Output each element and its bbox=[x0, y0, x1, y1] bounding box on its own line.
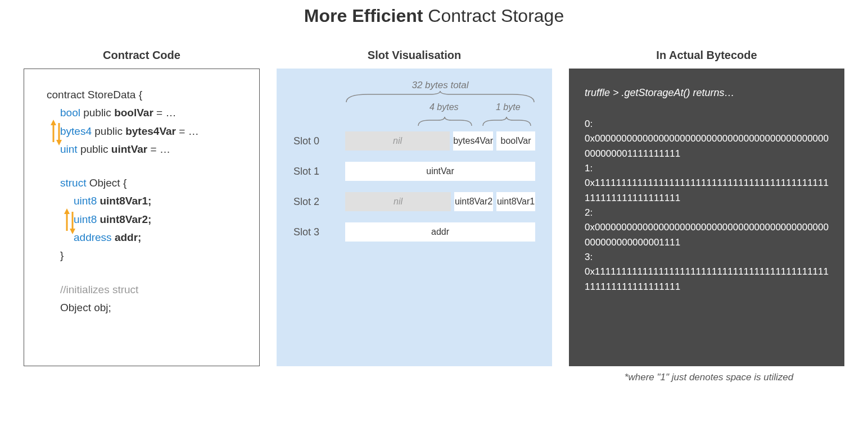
bytecode-value: 0x11111111111111111111111111111111111111… bbox=[585, 265, 829, 294]
col-title-bytecode: In Actual Bytecode bbox=[656, 49, 757, 62]
slot-cell: uint8Var1 bbox=[496, 192, 535, 211]
bytecode-value: 0x11111111111111111111111111111111111111… bbox=[585, 176, 829, 206]
code-line: uint8 uint8Var1; bbox=[47, 192, 248, 210]
col-title-code: Contract Code bbox=[103, 49, 180, 62]
slot-cell: bytes4Var bbox=[453, 131, 493, 151]
slot-label: Slot 3 bbox=[293, 226, 338, 238]
slot-label: Slot 2 bbox=[293, 196, 338, 208]
bytecode-line: 1: bbox=[585, 161, 829, 176]
svg-marker-3 bbox=[56, 140, 62, 145]
bytecode-value: 0x00000000000000000000000000000000000000… bbox=[585, 220, 829, 250]
code-line: contract StoreData { bbox=[47, 86, 248, 104]
bytecode-line: 0: bbox=[585, 117, 829, 131]
svg-marker-5 bbox=[64, 208, 70, 214]
svg-marker-7 bbox=[70, 229, 75, 234]
col-bytecode: In Actual Bytecode truffle > .getStorage… bbox=[569, 49, 844, 383]
slot-panel: 32 bytes total 4 bytes 1 byte Slot 0 nil… bbox=[277, 69, 552, 366]
mini-brace-row: 4 bytes 1 byte bbox=[345, 103, 535, 119]
col-title-slots: Slot Visualisation bbox=[368, 49, 461, 62]
code-line: bool public boolVar = … bbox=[47, 104, 248, 122]
bytecode-line: 3: bbox=[585, 250, 829, 265]
slot-row-1: Slot 1 uintVar bbox=[293, 162, 535, 181]
slot-row-0: Slot 0 nil bytes4Var boolVar bbox=[293, 131, 535, 151]
bytecode-panel: truffle > .getStorageAt() returns… 0: 0x… bbox=[569, 69, 844, 366]
code-line: bytes4 public bytes4Var = … bbox=[47, 122, 248, 140]
slot-table: Slot 0 nil bytes4Var boolVar Slot 1 uint… bbox=[293, 131, 535, 242]
code-line: uint public uintVar = … bbox=[47, 140, 248, 158]
slot-row-2: Slot 2 nil uint8Var2 uint8Var1 bbox=[293, 192, 535, 211]
col-slot-visualisation: Slot Visualisation 32 bytes total 4 byte… bbox=[277, 49, 552, 383]
slot-cell: uintVar bbox=[345, 162, 535, 181]
code-line: struct Object { bbox=[47, 174, 248, 192]
slot-cell: boolVar bbox=[496, 131, 535, 151]
code-comment: //initializes struct bbox=[47, 281, 248, 299]
slot-label: Slot 1 bbox=[293, 166, 338, 177]
brace-icon bbox=[345, 91, 535, 103]
svg-marker-1 bbox=[51, 120, 56, 125]
bytecode-cmd: truffle > .getStorageAt() returns… bbox=[585, 85, 829, 101]
slot-row-3: Slot 3 addr bbox=[293, 222, 535, 242]
columns-container: Contract Code contract StoreData { bool … bbox=[22, 49, 846, 383]
bytecode-line: 2: bbox=[585, 206, 829, 220]
code-box: contract StoreData { bool public boolVar… bbox=[24, 69, 260, 366]
col-contract-code: Contract Code contract StoreData { bool … bbox=[24, 49, 260, 383]
swap-arrows-icon bbox=[61, 208, 78, 234]
slot-cell: uint8Var2 bbox=[454, 192, 493, 211]
slot-label: Slot 0 bbox=[293, 135, 338, 147]
bytecode-value: 0x00000000000000000000000000000000000000… bbox=[585, 131, 829, 161]
brace-label-total: 32 bytes total bbox=[345, 80, 535, 91]
slot-cell-nil: nil bbox=[345, 192, 451, 211]
bytecode-footnote: *where "1" just denotes space is utilize… bbox=[620, 372, 793, 383]
slot-cell-nil: nil bbox=[345, 131, 450, 151]
brace-label-1byte: 1 byte bbox=[496, 102, 521, 112]
code-line: } bbox=[47, 247, 248, 265]
brace-label-4bytes: 4 bytes bbox=[430, 102, 459, 112]
code-line: Object obj; bbox=[47, 299, 248, 317]
slot-cell: addr bbox=[345, 222, 535, 242]
swap-arrows-icon bbox=[48, 120, 65, 145]
page-title: More Efficient Contract Storage bbox=[22, 6, 846, 26]
